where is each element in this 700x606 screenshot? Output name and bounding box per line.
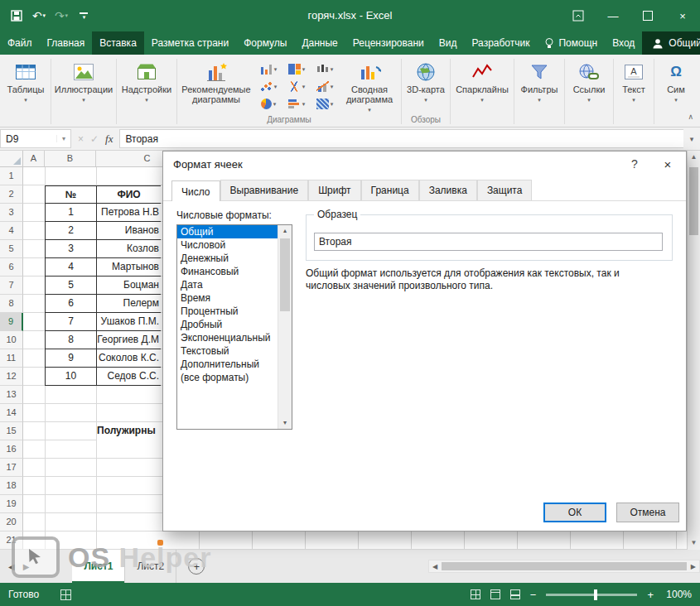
dialog-tab-заливка[interactable]: Заливка <box>419 180 477 200</box>
format-item[interactable]: Дробный <box>177 318 278 331</box>
row-header-17[interactable]: 17 <box>0 459 23 477</box>
ribbon-tab-главная[interactable]: Главная <box>40 31 93 55</box>
row-header-21[interactable]: 21 <box>0 531 23 550</box>
format-item[interactable]: Дополнительный <box>177 358 278 371</box>
close-button[interactable]: × <box>665 0 700 31</box>
table-cell-num[interactable]: 1 <box>45 204 97 222</box>
format-item[interactable]: Текстовый <box>177 344 278 358</box>
table-cell-num[interactable]: 6 <box>45 295 97 313</box>
add-sheet-button[interactable]: + <box>188 558 205 575</box>
sparklines-button[interactable]: Спарклайны ▾ <box>451 56 513 127</box>
format-item[interactable]: Экспоненциальный <box>177 331 278 344</box>
dialog-tab-граница[interactable]: Граница <box>361 180 419 200</box>
line-chart-button[interactable]: ▾ <box>282 78 311 95</box>
column-chart-button[interactable]: ▾ <box>254 60 282 78</box>
scroll-up-icon[interactable]: ▲ <box>688 151 700 164</box>
name-box[interactable]: D9 ▾ <box>0 129 71 148</box>
table-cell-name[interactable]: Георгиев Д.М <box>97 331 161 349</box>
text-button[interactable]: A Текст ▾ <box>615 56 653 127</box>
table-cell-name[interactable]: Соколов К.С. <box>97 349 161 368</box>
share-button[interactable]: Общий доступ <box>642 31 700 55</box>
vertical-scrollbar[interactable]: ▲ ▼ <box>687 151 700 550</box>
select-all-corner[interactable] <box>0 151 23 166</box>
dialog-tab-защита[interactable]: Защита <box>477 180 533 200</box>
ribbon-tab-файл[interactable]: Файл <box>0 31 40 55</box>
table-cell-num[interactable]: 10 <box>45 368 97 386</box>
waterfall-chart-button[interactable]: ▾ <box>311 60 339 78</box>
scatter-chart-button[interactable]: ▾ <box>254 78 282 95</box>
row-header-15[interactable]: 15 <box>0 422 23 440</box>
prev-sheet-icon[interactable]: ◀ <box>8 562 15 571</box>
table-header-num[interactable]: № <box>45 185 97 204</box>
maximize-button[interactable] <box>630 0 665 31</box>
normal-view-icon[interactable] <box>471 589 480 599</box>
dialog-tab-шрифт[interactable]: Шрифт <box>308 180 360 200</box>
row-header-10[interactable]: 10 <box>0 331 23 349</box>
ribbon-tab-данные[interactable]: Данные <box>294 31 345 55</box>
scroll-right-icon[interactable]: ▶ <box>688 563 699 570</box>
hierarchy-chart-button[interactable]: ▾ <box>282 60 311 78</box>
row-header-20[interactable]: 20 <box>0 513 23 531</box>
macro-record-icon[interactable] <box>60 589 71 600</box>
row-header-7[interactable]: 7 <box>0 277 23 295</box>
ribbon-tab-вид[interactable]: Вид <box>432 31 465 55</box>
dialog-tab-число[interactable]: Число <box>171 180 220 201</box>
chevron-down-icon[interactable]: ▾ <box>56 135 70 142</box>
zoom-out-icon[interactable]: − <box>530 589 537 601</box>
format-item[interactable]: Дата <box>177 278 278 291</box>
zoom-slider[interactable] <box>546 594 637 596</box>
format-list[interactable]: ОбщийЧисловойДенежныйФинансовыйДатаВремя… <box>176 224 292 430</box>
zoom-level[interactable]: 100% <box>664 589 692 600</box>
ok-button[interactable]: ОК <box>543 503 606 522</box>
vertical-scroll-thumb[interactable] <box>689 167 698 235</box>
row-header-19[interactable]: 19 <box>0 495 23 513</box>
ribbon-tab-разметка страни[interactable]: Разметка страни <box>144 31 236 55</box>
row-header-12[interactable]: 12 <box>0 368 23 386</box>
table-cell-name[interactable]: Мартынов <box>97 258 161 277</box>
table-cell-num[interactable]: 2 <box>45 222 97 240</box>
combo-chart-button[interactable]: ▾ <box>311 78 339 95</box>
row-header-9[interactable]: 9 <box>0 313 23 331</box>
table-cell-num[interactable]: 5 <box>45 277 97 295</box>
pie-chart-button[interactable]: ▾ <box>254 95 282 113</box>
table-cell-name[interactable]: Ушаков П.М. <box>97 313 161 331</box>
ribbon-tab-разработчик[interactable]: Разработчик <box>464 31 537 55</box>
scroll-left-icon[interactable]: ◀ <box>429 563 441 570</box>
row-header-11[interactable]: 11 <box>0 349 23 368</box>
cancel-button[interactable]: Отмена <box>616 503 679 522</box>
ribbon-tab-вставка[interactable]: Вставка <box>92 31 144 55</box>
row-header-16[interactable]: 16 <box>0 440 23 459</box>
format-item[interactable]: Процентный <box>177 305 278 318</box>
expand-formula-bar-icon[interactable]: ▾ <box>683 135 700 143</box>
horizontal-scroll-thumb[interactable] <box>442 562 687 570</box>
filters-button[interactable]: Фильтры ▾ <box>515 56 563 127</box>
zoom-in-icon[interactable]: + <box>647 589 654 601</box>
dialog-close-button[interactable]: × <box>649 152 686 176</box>
ribbon-button-tables[interactable]: Таблицы ▾ <box>2 56 50 127</box>
sheet-tab-лист2[interactable]: Лист2 <box>125 550 176 583</box>
format-list-scrollbar[interactable]: ▴ ▾ <box>278 225 292 429</box>
3d-map-button[interactable]: 3D-карта ▾ <box>403 56 449 115</box>
next-sheet-icon[interactable]: ▶ <box>23 562 30 571</box>
table-cell-name[interactable]: Боцман <box>97 277 161 295</box>
ribbon-button-addins[interactable]: Надстройки ▾ <box>118 56 176 127</box>
column-header-B[interactable]: B <box>45 151 96 166</box>
row-header-14[interactable]: 14 <box>0 404 23 422</box>
ribbon-display-options-button[interactable] <box>561 0 596 31</box>
insert-function-icon[interactable]: fx <box>105 132 113 146</box>
table-cell-name[interactable]: Седов С.С. <box>97 368 161 386</box>
table-cell-num[interactable]: 8 <box>45 331 97 349</box>
scroll-down-icon[interactable]: ▾ <box>278 417 292 429</box>
bar-chart-button[interactable]: ▾ <box>282 95 311 113</box>
table-cell-num[interactable]: 7 <box>45 313 97 331</box>
confirm-entry-icon[interactable]: ✓ <box>90 133 99 145</box>
row-header-3[interactable]: 3 <box>0 204 23 222</box>
row-header-13[interactable]: 13 <box>0 386 23 404</box>
row-header-8[interactable]: 8 <box>0 295 23 313</box>
row-header-1[interactable]: 1 <box>0 167 23 185</box>
surface-chart-button[interactable]: ▾ <box>311 95 339 113</box>
row-header-6[interactable]: 6 <box>0 258 23 277</box>
sheet-tab-лист1[interactable]: Лист1 <box>72 550 125 583</box>
row-header-4[interactable]: 4 <box>0 222 23 240</box>
format-item[interactable]: Общий <box>177 225 278 238</box>
